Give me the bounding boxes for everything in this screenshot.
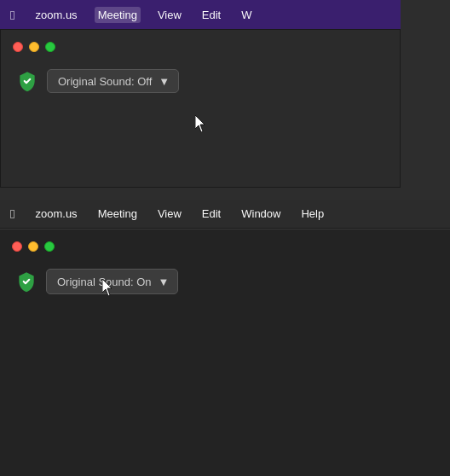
close-button-bottom[interactable] [12,241,22,252]
fullscreen-button-top[interactable] [45,42,55,52]
dropdown-label-bottom: Original Sound: On [57,276,152,288]
traffic-lights-bottom [0,229,450,260]
bottom-section:  zoom.us Meeting View Edit Window Help … [0,200,450,476]
close-button-top[interactable] [13,42,23,52]
fullscreen-button-bottom[interactable] [44,241,55,252]
window-top: Original Sound: Off ▼ [0,29,401,188]
menubar-edit-top[interactable]: Edit [199,7,224,23]
shield-icon-bottom [15,270,38,293]
menubar-w-top[interactable]: W [238,7,255,23]
window-bottom: Original Sound: On ▼ [0,229,450,476]
svg-marker-0 [195,115,205,132]
menubar-meeting-bottom[interactable]: Meeting [95,206,141,222]
original-sound-dropdown-top[interactable]: Original Sound: Off ▼ [47,69,179,93]
original-sound-dropdown-bottom[interactable]: Original Sound: On ▼ [46,269,178,294]
dropdown-label-top: Original Sound: Off [58,75,152,88]
menubar-top:  zoom.us Meeting View Edit W [0,0,401,29]
dropdown-arrow-icon-top: ▼ [159,75,170,88]
menubar-bottom:  zoom.us Meeting View Edit Window Help [0,200,450,229]
menubar-view-top[interactable]: View [154,7,185,23]
apple-logo-icon-bottom[interactable]:  [10,206,14,221]
shield-icon-top [16,70,38,92]
menubar-zoom-top[interactable]: zoom.us [32,7,80,23]
section-divider [0,188,450,200]
menubar-edit-bottom[interactable]: Edit [199,206,224,222]
menubar-help-bottom[interactable]: Help [297,206,327,222]
minimize-button-bottom[interactable] [28,241,38,252]
apple-logo-icon[interactable]:  [10,8,14,22]
top-section:  zoom.us Meeting View Edit W Original S… [0,0,450,188]
menubar-meeting-top[interactable]: Meeting [95,7,141,23]
traffic-lights-top [1,30,400,61]
menubar-view-bottom[interactable]: View [154,206,185,222]
menubar-zoom-bottom[interactable]: zoom.us [32,206,80,222]
dropdown-arrow-icon-bottom: ▼ [159,276,170,288]
minimize-button-top[interactable] [29,42,39,52]
menubar-window-bottom[interactable]: Window [238,206,284,222]
content-area-top: Original Sound: Off ▼ [1,61,400,102]
cursor-top [195,115,209,132]
content-area-bottom: Original Sound: On ▼ [0,260,450,303]
